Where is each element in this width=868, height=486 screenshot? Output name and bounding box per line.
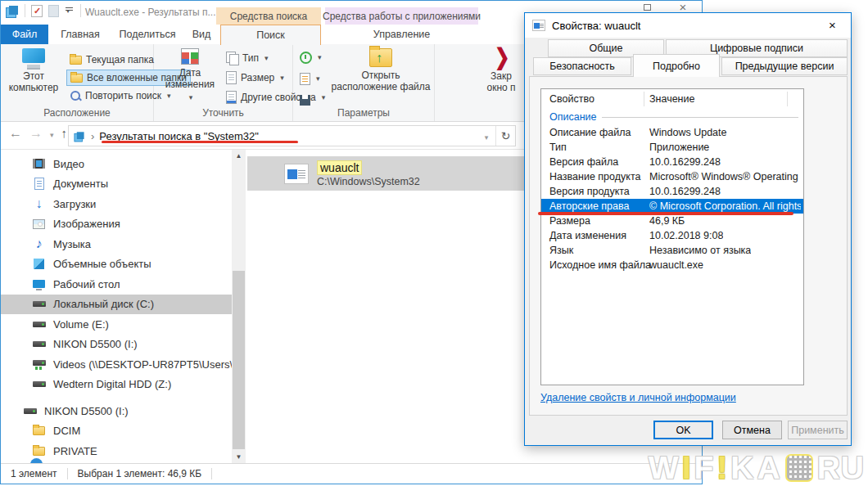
this-pc-button[interactable]: Этот компьютер [4,48,63,94]
application-icon [284,164,309,184]
save-search-button[interactable] [300,92,322,108]
ribbon-group-location: Этот компьютер Текущая папка Все вложенн… [1,44,154,121]
address-bar[interactable]: Результаты поиска в "System32" [68,125,516,146]
tab-details[interactable]: Подробно [633,54,720,77]
annotation-underline-copyright [538,212,793,215]
cancel-button[interactable]: Отмена [722,421,782,439]
sidebar-item-pictures[interactable]: Изображения [1,214,232,235]
scroll-up-icon[interactable]: ▲ [232,150,246,162]
qr-code-icon [785,454,813,482]
sidebar-item-network-videos[interactable]: Videos (\\DESKTOP-UR87PT5\Users\AKar [1,354,232,375]
table-row[interactable]: ЯзыкНезависимо от языка [541,243,803,258]
divider [25,4,25,17]
properties-table: Свойство Значение Описание Описание файл… [540,88,804,385]
properties-dialog: Свойства: wuauclt Общие Цифровые подписи… [524,12,852,446]
tab-home[interactable]: Главная [48,25,112,44]
address-dropdown-icon[interactable] [477,128,495,143]
options-list-icon [300,73,310,85]
open-file-location-button[interactable]: Открыть расположение файла [331,48,431,93]
back-icon[interactable] [9,126,22,141]
sidebar-item-desktop[interactable]: Рабочий стол [1,274,232,295]
customize-toolbar-icon[interactable] [65,7,75,15]
tab-previous-versions[interactable]: Предыдущие версии [721,57,848,75]
table-row[interactable]: Исходное имя файлаwuauclt.exe [541,258,803,272]
monitor-icon [20,48,47,68]
close-search-button[interactable]: Закр окно п [472,48,530,94]
group-label-refine: Уточнить [154,107,292,119]
remove-properties-link[interactable]: Удаление свойств и личной информации [540,392,736,403]
calendar-icon [181,48,199,65]
close-button[interactable] [672,2,694,13]
date-modified-button[interactable]: Дата изменения [164,48,216,102]
contextual-tab-app-tools[interactable]: Средства работы с приложениями [325,7,478,25]
column-value: Значение [649,93,694,105]
forward-icon[interactable] [29,126,43,141]
table-row[interactable]: Версия продукта10.0.16299.248 [541,184,803,199]
sidebar-item-nikon-i[interactable]: NIKON D5500 (I:) [1,335,232,355]
close-search-icon [493,48,509,68]
table-row[interactable]: Описание файлаWindows Update [541,125,803,140]
table-row[interactable]: Название продуктаMicrosoft® Windows® Ope… [541,169,803,184]
refresh-button[interactable] [495,126,515,146]
scrollbar-thumb[interactable] [233,271,245,449]
floppy-save-icon [300,95,310,106]
document-icon [34,178,44,190]
sidebar-item-documents[interactable]: Документы [1,174,232,195]
sidebar-item-music[interactable]: Музыка [1,234,232,254]
sidebar-item-local-disk-c[interactable]: Локальный диск (C:) [1,295,232,315]
dialog-close-button[interactable] [814,13,851,38]
advanced-options-button[interactable] [300,70,322,87]
file-name[interactable]: wuauclt [317,160,362,175]
dialog-titlebar: Свойства: wuauclt [525,13,851,38]
history-icon [300,52,312,64]
table-row[interactable]: ТипПриложение [541,140,803,155]
table-row[interactable]: Размера46,9 КБ [541,214,803,228]
status-items-count: 1 элемент [11,468,57,479]
application-icon [532,20,545,31]
wifika-watermark: W I F ! K A RU [649,450,865,486]
tab-search-active[interactable]: Поиск [220,25,321,45]
sidebar-item-videos[interactable]: Видео [1,154,232,174]
maximize-button[interactable] [636,2,658,13]
tab-share[interactable]: Поделиться [112,25,183,44]
column-divider[interactable] [644,92,644,106]
folder-icon [70,74,83,83]
picture-icon [33,219,45,229]
download-icon [36,196,43,211]
table-row[interactable]: Дата изменения10.02.2018 9:08 [541,228,803,243]
properties-quick-icon[interactable] [31,5,43,17]
refresh-icon [501,128,511,143]
open-location-icon [369,48,392,67]
folder-icon [70,56,82,65]
breadcrumb-separator-icon [86,128,99,143]
sidebar-item-wd-hdd-z[interactable]: Wedtern Digital HDD (Z:) [1,375,232,395]
ok-button[interactable]: OK [653,421,713,439]
sidebar-item-downloads[interactable]: Загрузки [1,194,232,214]
contextual-tab-search-tools[interactable]: Средства поиска [216,7,321,25]
location-icon [75,132,85,140]
column-divider[interactable] [787,92,788,106]
divider [80,4,81,17]
tab-view[interactable]: Вид [183,25,220,44]
sidebar-item-dcim[interactable]: DCIM [1,421,232,442]
video-icon [33,159,45,169]
up-icon[interactable] [61,126,68,141]
divider [211,468,212,479]
table-header: Свойство Значение [541,89,803,109]
sidebar-item-nikon-device[interactable]: NIKON D5500 (I:) [1,401,232,421]
history-dropdown-icon[interactable] [50,126,54,141]
sidebar-scrollbar[interactable]: ▲ ▼ [232,150,246,463]
dialog-title: Свойства: wuauclt [552,20,640,32]
table-row[interactable]: Версия файла10.0.16299.248 [541,155,803,169]
tab-manage[interactable]: Управление [325,25,478,44]
page-properties-icon [226,91,237,104]
group-label-options: Параметры [293,107,434,119]
recent-searches-button[interactable] [300,49,322,65]
scroll-down-icon[interactable]: ▼ [232,451,246,463]
file-path: C:\Windows\System32 [317,176,420,187]
tab-security[interactable]: Безопасность [533,57,631,75]
new-folder-quick-icon[interactable] [48,5,59,17]
sidebar-item-volume-e[interactable]: Volume (E:) [1,314,232,335]
tab-file[interactable]: Файл [1,25,48,44]
sidebar-item-3d-objects[interactable]: Объемные объекты [1,254,232,275]
